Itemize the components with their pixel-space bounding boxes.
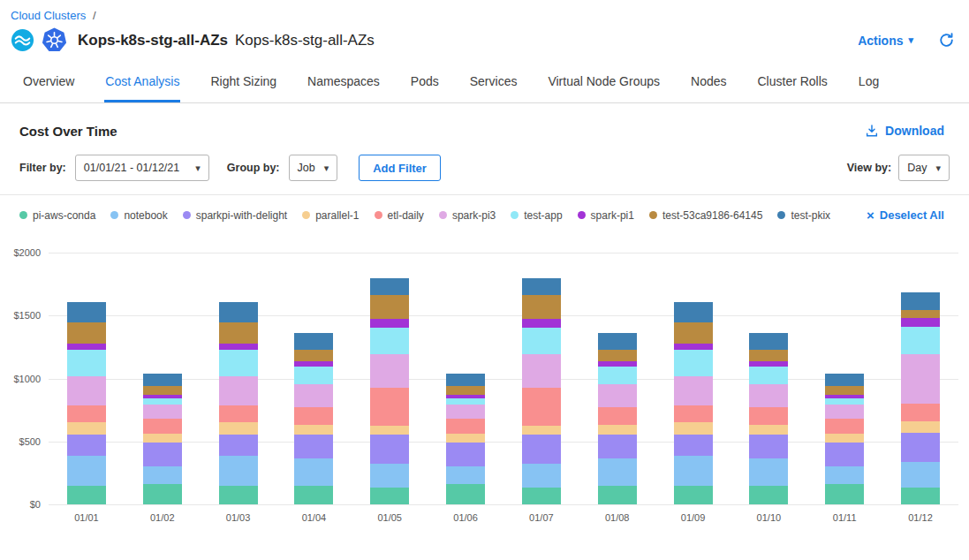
x-axis-label: 01/07 bbox=[503, 512, 579, 523]
bar-segment bbox=[370, 464, 409, 488]
tab-namespaces[interactable]: Namespaces bbox=[307, 65, 381, 102]
view-by-value: Day bbox=[907, 162, 927, 174]
spot-logo-icon bbox=[11, 28, 34, 52]
tab-virtual-node-groups[interactable]: Virtual Node Groups bbox=[547, 65, 661, 102]
x-axis-label: 01/09 bbox=[655, 512, 731, 523]
bar-segment bbox=[825, 398, 864, 405]
group-by-select[interactable]: Job ▾ bbox=[289, 155, 338, 181]
bar-segment bbox=[674, 350, 713, 376]
legend-item-spark-pi1[interactable]: spark-pi1 bbox=[578, 209, 634, 222]
bar-segment bbox=[370, 388, 409, 426]
y-axis-tick: $1000 bbox=[13, 374, 41, 384]
bar-stack bbox=[825, 374, 864, 504]
legend-item-pi-aws-conda[interactable]: pi-aws-conda bbox=[19, 209, 95, 222]
bar-segment bbox=[749, 425, 788, 435]
bar-stack bbox=[67, 302, 106, 504]
bar-segment bbox=[370, 426, 409, 435]
bar-segment bbox=[522, 435, 561, 464]
legend-label: test-53ca9186-64145 bbox=[662, 209, 762, 222]
bar-segment bbox=[901, 462, 940, 488]
tab-bar: OverviewCost AnalysisRight SizingNamespa… bbox=[0, 60, 969, 103]
legend-label: etl-daily bbox=[388, 209, 424, 222]
tab-pods[interactable]: Pods bbox=[410, 65, 440, 102]
x-axis-labels: 01/0101/0201/0301/0401/0501/0601/0701/08… bbox=[49, 512, 958, 523]
view-by-select[interactable]: Day ▾ bbox=[898, 155, 950, 181]
legend-label: parallel-1 bbox=[315, 209, 359, 222]
x-axis-label: 01/01 bbox=[49, 512, 125, 523]
chevron-down-icon: ▾ bbox=[935, 163, 941, 173]
bar-stack bbox=[219, 302, 258, 504]
bar-segment bbox=[749, 333, 788, 350]
bar-segment bbox=[219, 344, 258, 350]
bar-segment bbox=[446, 405, 485, 419]
actions-button[interactable]: Actions ▾ bbox=[858, 34, 913, 48]
bar-segment bbox=[143, 443, 182, 466]
bar-segment bbox=[67, 422, 106, 435]
tab-overview[interactable]: Overview bbox=[22, 65, 75, 102]
legend-color-dot bbox=[183, 211, 191, 219]
bar-segment bbox=[67, 350, 106, 376]
bar-segment bbox=[674, 405, 713, 422]
bar-segment bbox=[825, 405, 864, 419]
bar-segment bbox=[825, 484, 864, 504]
bar-segment bbox=[749, 407, 788, 425]
bar-segment bbox=[446, 434, 485, 443]
bar-segment bbox=[598, 367, 637, 384]
bar-column-01-11 bbox=[806, 253, 882, 504]
x-axis-label: 01/05 bbox=[352, 512, 428, 523]
bar-segment bbox=[749, 350, 788, 361]
bar-segment bbox=[67, 435, 106, 456]
refresh-icon[interactable] bbox=[938, 32, 955, 49]
legend-item-notebook[interactable]: notebook bbox=[110, 209, 167, 222]
tab-nodes[interactable]: Nodes bbox=[690, 65, 727, 102]
download-button[interactable]: Download bbox=[859, 123, 950, 139]
tab-services[interactable]: Services bbox=[469, 65, 519, 102]
bar-segment bbox=[219, 456, 258, 486]
bar-segment bbox=[143, 466, 182, 484]
bar-stack bbox=[901, 292, 940, 504]
legend-item-test-app[interactable]: test-app bbox=[511, 209, 562, 222]
bar-column-01-07 bbox=[503, 253, 579, 504]
bar-segment bbox=[219, 435, 258, 456]
bar-segment bbox=[674, 302, 713, 322]
bar-segment bbox=[901, 327, 940, 354]
legend-label: spark-pi3 bbox=[452, 209, 496, 222]
add-filter-button[interactable]: Add Filter bbox=[359, 155, 441, 181]
date-range-select[interactable]: 01/01/21 - 01/12/21 ▾ bbox=[75, 155, 209, 181]
bar-segment bbox=[825, 374, 864, 386]
legend-item-parallel-1[interactable]: parallel-1 bbox=[302, 209, 359, 222]
cluster-header: Kops-k8s-stg-all-AZs Kops-k8s-stg-all-AZ… bbox=[0, 22, 969, 60]
bar-segment bbox=[294, 384, 333, 407]
bar-segment bbox=[370, 319, 409, 328]
date-range-value: 01/01/21 - 01/12/21 bbox=[84, 162, 179, 174]
deselect-all-button[interactable]: × Deselect All bbox=[861, 208, 950, 223]
legend-color-dot bbox=[110, 211, 118, 219]
legend-item-etl-daily[interactable]: etl-daily bbox=[375, 209, 424, 222]
legend-item-test-pkix[interactable]: test-pkix bbox=[777, 209, 830, 222]
chart-plot-area: $2000$1500$1000$500$0 bbox=[49, 253, 958, 504]
bar-segment bbox=[674, 486, 713, 504]
bar-segment bbox=[598, 435, 637, 458]
bar-column-01-02 bbox=[125, 253, 201, 504]
breadcrumb-link-cloud-clusters[interactable]: Cloud Clusters bbox=[11, 9, 86, 22]
tab-right-sizing[interactable]: Right Sizing bbox=[209, 65, 277, 102]
bar-segment bbox=[522, 464, 561, 488]
tab-cost-analysis[interactable]: Cost Analysis bbox=[104, 65, 180, 102]
legend-item-test-53ca9186-64145[interactable]: test-53ca9186-64145 bbox=[649, 209, 762, 222]
bar-segment bbox=[219, 322, 258, 344]
legend-item-sparkpi-with-delight[interactable]: sparkpi-with-delight bbox=[183, 209, 287, 222]
bar-segment bbox=[143, 405, 182, 419]
legend-color-dot bbox=[578, 211, 586, 219]
legend-item-spark-pi3[interactable]: spark-pi3 bbox=[439, 209, 496, 222]
bar-segment bbox=[67, 322, 106, 344]
bar-segment bbox=[901, 404, 940, 421]
tab-log[interactable]: Log bbox=[858, 65, 880, 102]
bar-segment bbox=[67, 344, 106, 350]
tab-cluster-rolls[interactable]: Cluster Rolls bbox=[756, 65, 828, 102]
bar-segment bbox=[219, 422, 258, 435]
bar-segment bbox=[598, 458, 637, 486]
page: Cloud Clusters / bbox=[0, 0, 969, 523]
breadcrumb-separator: / bbox=[93, 9, 96, 22]
bar-segment bbox=[143, 374, 182, 386]
bar-segment bbox=[219, 405, 258, 422]
